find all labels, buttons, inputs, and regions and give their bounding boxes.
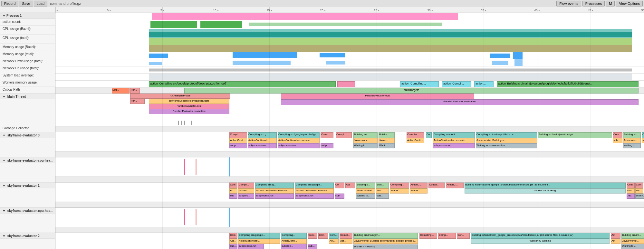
se0-sub2-1[interactable]: subprocess.run [433, 143, 475, 148]
mt-block-par[interactable]: Par... [130, 88, 140, 94]
se2-javac-3[interactable]: Javac worker... [621, 239, 644, 244]
load-button[interactable]: Load [34, 1, 47, 6]
timeline-panel[interactable]: -5 s0 s5 s10 s15 s20 s25 s30 s35 s40 s45… [55, 7, 644, 249]
se1-wait-14[interactable]: Waitin... [635, 194, 644, 199]
se1-worker1[interactable]: Worker #1 working [465, 188, 626, 194]
se2-sub-2[interactable]: ActionContinuati... [238, 239, 280, 244]
se2-block-9[interactable]: Compiling... [419, 233, 437, 239]
se2-block-11[interactable]: Con... [457, 233, 470, 239]
se2-worker3[interactable]: Worker #3 working [471, 239, 610, 244]
se2-block-10[interactable]: Compl... [438, 233, 456, 239]
se1-javac-3[interactable]: ActionC... [390, 188, 409, 194]
se0-javac-8[interactable]: sub [642, 138, 644, 143]
se0-wait-3[interactable]: Waiting to borrow worker [476, 143, 537, 148]
se0-wait-2[interactable]: Waitin... [379, 143, 395, 148]
se2-block-3[interactable]: Compiling... [281, 233, 307, 239]
se2-sub-sub-2[interactable]: subprocess.run [238, 244, 264, 249]
se1-javac-4[interactable]: ActionC... [410, 188, 428, 194]
se0-block-6[interactable]: Building src... [353, 132, 378, 138]
se0-wait-1[interactable]: Waiting to... [353, 143, 378, 148]
se0-block-10[interactable]: Compiling src/main/cpp/blaze.cc [476, 132, 537, 138]
mt-parallel-eval-1[interactable]: ParallelEvaluator.eval [149, 104, 229, 109]
se0-block-3[interactable]: Compiling src/google/protobuf/general... [278, 132, 320, 138]
se1-block-13[interactable]: Building external/com_google_protobuf/ja… [465, 183, 626, 188]
se1-sub-sub-2[interactable]: subproc... [238, 194, 254, 199]
se2-block-14[interactable]: Building src/mi... [621, 233, 644, 239]
view-options-button[interactable]: View Options [616, 1, 643, 6]
processes-button[interactable]: Processes [582, 1, 605, 6]
se0-javac-5[interactable]: Javac worker Building s... [476, 138, 537, 143]
flow-events-button[interactable]: Flow events [556, 1, 581, 6]
mt-run-analysis[interactable]: runAnalysisPhase [130, 94, 230, 99]
se1-block-14[interactable]: Com [627, 183, 635, 188]
se1-sub-2[interactable]: ActionC... [238, 188, 254, 194]
se2-sub-5[interactable]: Act... [340, 239, 352, 244]
se0-sub-sub-3[interactable]: subprocess.run [278, 143, 320, 148]
se0-sub-sub-1[interactable]: subp... [229, 143, 247, 148]
se1-block-2[interactable]: Compil... [238, 183, 254, 188]
se2-block-13[interactable]: Act [611, 233, 620, 239]
mt-parallel-evaluation-right[interactable]: Parallel Evaluator evaluation [281, 99, 639, 105]
se0-block-co[interactable]: Co [426, 132, 432, 138]
se1-block-6[interactable]: Act [345, 183, 355, 188]
se1-block-7[interactable]: Building s... [356, 183, 375, 188]
se0-block-com[interactable]: Com [613, 132, 622, 138]
se0-wait-4[interactable]: Waiting to... [623, 143, 641, 148]
cp-block-pink[interactable] [337, 81, 355, 87]
cp-block-2[interactable]: action 'Compiling... [400, 81, 439, 87]
se1-sub-sub-3[interactable]: subprocess.run [255, 194, 294, 199]
se1-block-10[interactable]: ActionC... [410, 183, 428, 188]
se2-block-12[interactable]: Building external/com_google_protobuf/ja… [471, 233, 610, 239]
se2-worker7[interactable]: Worker #7 working [353, 244, 418, 249]
se2-block-8[interactable]: Building src/main/jav... [353, 233, 418, 239]
se1-sub-4[interactable]: ActionContinuation.execute [295, 188, 334, 194]
se1-block-5[interactable]: Co [335, 183, 344, 188]
se0-sub-sub-4[interactable]: subp... [321, 143, 333, 148]
se2-sub-1[interactable]: ActionC... [229, 239, 237, 244]
se0-block-8[interactable]: Complin... [407, 132, 424, 138]
se2-block-4[interactable]: Compl... [308, 233, 317, 239]
se2-wait-2[interactable]: Waiting to... [621, 244, 644, 249]
se1-block-1[interactable]: Com [229, 183, 237, 188]
se1-block-11[interactable]: Compil... [428, 183, 445, 188]
se1-sub-sub-5[interactable]: sub [335, 194, 344, 199]
se1-block-8[interactable]: Built... [376, 183, 389, 188]
se0-javac-4[interactable]: ActionContinuation.execute [433, 138, 475, 143]
se0-sub-sub-2[interactable]: subprocess.run [248, 143, 277, 148]
m-button[interactable]: M [606, 1, 615, 6]
se0-block-4[interactable]: Comp... [321, 132, 333, 138]
se1-javac-2[interactable]: Jav... [376, 188, 389, 194]
se1-javac-1[interactable]: Javac worker... [356, 188, 375, 194]
mt-block-build-targets[interactable]: buildTargets [184, 88, 639, 94]
mt-block-lau[interactable]: Lau... [112, 88, 130, 94]
se0-javac-3[interactable]: ActionContinuati... [407, 138, 424, 143]
cp-block-3[interactable]: action 'Compil... [442, 81, 471, 87]
se0-block-7[interactable]: Buildin... [379, 132, 395, 138]
se0-block-2[interactable]: Compiling src:g... [248, 132, 277, 138]
cp-block-5[interactable]: action 'Building src/main/java/com/googl… [497, 81, 639, 87]
se2-block-2[interactable]: Compiling src/google... [238, 233, 280, 239]
mt-parallel-eval-2[interactable]: Parallel Evaluator evaluation [149, 109, 229, 114]
se0-sub-3[interactable]: ActionContinuation.execute [278, 138, 320, 143]
se0-block-9[interactable]: Compiling src/coni:... [433, 132, 475, 138]
se1-wait-1[interactable]: Waiting to... [356, 194, 375, 199]
se2-sub-sub-4[interactable]: sub... [308, 244, 317, 249]
se1-sub-sub-1[interactable]: sub [229, 194, 237, 199]
se0-block-1[interactable]: Compl... [229, 132, 247, 138]
se1-sub-sub-14[interactable]: Jav... [627, 194, 635, 199]
se0-block-5[interactable]: Compl... [336, 132, 352, 138]
se2-block-6[interactable]: Compiling... [329, 233, 339, 239]
rows-container[interactable]: action 'Compiling src/google/protobuf/de… [55, 13, 644, 249]
se1-block-12[interactable]: ActionC... [446, 183, 464, 188]
se1-sub-15[interactable]: sub [635, 188, 643, 194]
se1-sub-1[interactable]: Ac... [229, 188, 237, 194]
cp-block-1[interactable]: action 'Compiling src/google/protobuf/de… [149, 81, 336, 87]
se1-block-9[interactable]: Compiling... [390, 183, 409, 188]
mt-par2[interactable]: Par... [130, 99, 145, 104]
se2-sub-3[interactable]: ActionConti... [281, 239, 307, 244]
se1-block-3[interactable]: Compiling src:g... [255, 183, 294, 188]
se0-block-12[interactable]: Building src.. [623, 132, 641, 138]
cp-block-4[interactable]: action... [474, 81, 494, 87]
save-button[interactable]: Save [19, 1, 33, 6]
se2-sub-sub-3[interactable]: subproc... [281, 244, 307, 249]
